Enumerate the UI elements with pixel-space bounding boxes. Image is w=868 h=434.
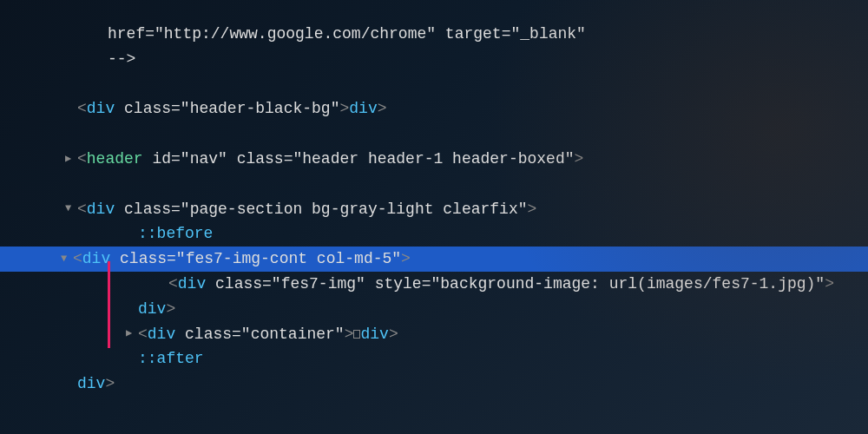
code-line[interactable] xyxy=(48,172,868,197)
bracket: > xyxy=(166,300,175,318)
code-line[interactable] xyxy=(48,397,868,422)
tag-name: div xyxy=(360,326,388,343)
code-line[interactable]: ▼<div class="page-section bg-gray-light … xyxy=(48,197,868,222)
bracket: div> xyxy=(138,300,175,318)
attrs: class="fes7-img-cont col-md-5" xyxy=(120,250,401,267)
bracket: div> xyxy=(360,326,398,343)
code-line[interactable]: --> xyxy=(48,47,868,72)
bracket: < xyxy=(77,100,87,117)
bracket: > xyxy=(105,375,115,392)
tag-name: div xyxy=(349,100,377,117)
code-line[interactable]: ▶<div class="container">div> xyxy=(48,322,868,347)
code-line[interactable]: ::before xyxy=(48,221,868,247)
tag-name: div xyxy=(148,326,175,343)
tag-name: div xyxy=(77,375,105,392)
fold-spacer xyxy=(95,50,108,67)
tag-name: div xyxy=(87,100,115,117)
bracket: < xyxy=(73,250,82,267)
bracket: > xyxy=(401,250,411,267)
tag-name: header xyxy=(87,150,143,168)
code-line[interactable]: ::after xyxy=(48,346,868,372)
fold-spacer xyxy=(126,226,138,242)
bracket: > xyxy=(378,100,387,117)
code-line[interactable] xyxy=(48,122,868,147)
fold-spacer xyxy=(156,276,168,293)
tag-name: div xyxy=(178,275,206,293)
bracket: < xyxy=(138,326,148,343)
code-editor-viewport: href="http://www.google.com/chrome" targ… xyxy=(48,22,868,422)
code-line[interactable]: <div class="header-black-bg">div> xyxy=(48,96,868,122)
code-line[interactable]: <div class="fes7-img" style="background-… xyxy=(48,272,868,297)
fold-toggle-icon[interactable]: ▼ xyxy=(61,251,73,267)
code-line[interactable]: ▼<div class="fes7-img-cont col-md-5"> xyxy=(0,247,868,272)
bracket: > xyxy=(339,100,349,117)
bracket: < xyxy=(168,275,178,293)
pseudo-element: ::before xyxy=(138,225,213,242)
code-line[interactable]: ▶<header id="nav" class="header header-1… xyxy=(48,147,868,172)
fold-spacer xyxy=(126,351,138,367)
indent-guide xyxy=(108,261,110,348)
bracket: > xyxy=(825,275,834,293)
fold-toggle-icon[interactable]: ▶ xyxy=(65,151,77,168)
pseudo-element: ::after xyxy=(138,350,204,367)
bracket: > xyxy=(345,326,354,343)
fold-spacer xyxy=(95,26,108,43)
bracket: > xyxy=(528,201,537,218)
code-line[interactable] xyxy=(48,72,868,97)
fold-toggle-icon[interactable]: ▼ xyxy=(65,201,77,217)
attrs: class="header-black-bg" xyxy=(124,100,339,117)
bracket: < xyxy=(77,201,87,218)
fold-spacer xyxy=(65,376,77,392)
attrs: class="fes7-img" style="background-image… xyxy=(215,275,825,293)
bracket: < xyxy=(77,150,87,168)
code-line[interactable]: div> xyxy=(48,372,868,397)
bracket: div> xyxy=(349,100,386,117)
fold-spacer xyxy=(65,76,77,92)
tag-name: div xyxy=(87,201,115,218)
attrs: class="page-section bg-gray-light clearf… xyxy=(124,201,527,218)
attrs: class="container" xyxy=(185,326,345,343)
fold-toggle-icon[interactable]: ▶ xyxy=(126,326,138,342)
code-line[interactable]: div> xyxy=(48,297,868,322)
tag-name: div xyxy=(138,300,166,318)
fold-spacer xyxy=(126,300,138,317)
tag-name: div xyxy=(82,250,110,267)
code-text: --> xyxy=(108,50,135,68)
code-text: href="http://www.google.com/chrome" targ… xyxy=(108,25,586,43)
code-line[interactable]: href="http://www.google.com/chrome" targ… xyxy=(48,22,868,47)
bracket: > xyxy=(389,326,398,343)
bracket: > xyxy=(575,150,584,168)
fold-spacer xyxy=(65,175,77,192)
fold-spacer xyxy=(65,101,77,117)
fold-spacer xyxy=(65,126,77,142)
attrs: id="nav" class="header header-1 header-b… xyxy=(152,150,574,168)
bracket: div> xyxy=(77,375,115,392)
fold-spacer xyxy=(65,401,77,418)
